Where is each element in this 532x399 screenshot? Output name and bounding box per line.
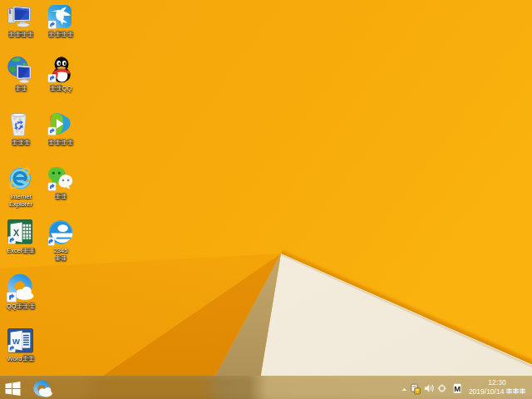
svg-text:M: M bbox=[454, 384, 461, 393]
svg-text:X: X bbox=[13, 228, 19, 238]
svg-text:W: W bbox=[12, 337, 20, 346]
